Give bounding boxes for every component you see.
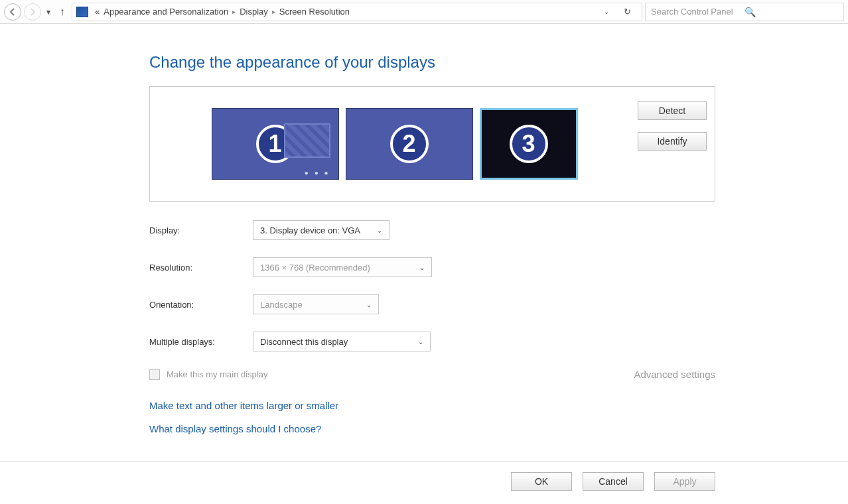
identify-button[interactable]: Identify bbox=[638, 132, 707, 151]
resolution-label: Resolution: bbox=[149, 263, 253, 273]
resolution-value: 1366 × 768 (Recommended) bbox=[260, 263, 370, 273]
page-title: Change the appearance of your displays bbox=[149, 53, 715, 72]
chevron-down-icon: ⌄ bbox=[419, 264, 425, 271]
multiple-displays-select[interactable]: Disconnect this display ⌄ bbox=[253, 332, 431, 351]
search-placeholder: Search Control Panel bbox=[651, 7, 744, 17]
address-dropdown-icon[interactable]: ⌄ bbox=[600, 8, 613, 15]
monitor-1[interactable]: 1 ● ● ● bbox=[212, 108, 339, 180]
text-size-link[interactable]: Make text and other items larger or smal… bbox=[149, 400, 715, 411]
monitor-layout[interactable]: 1 ● ● ● 2 3 bbox=[158, 108, 631, 180]
taskbar-dots-icon: ● ● ● bbox=[305, 169, 330, 176]
monitor-number: 3 bbox=[510, 125, 548, 163]
display-preview-area: 1 ● ● ● 2 3 Detect Identify bbox=[149, 86, 715, 202]
display-value: 3. Display device on: VGA bbox=[260, 225, 360, 235]
main-content: Change the appearance of your displays 1… bbox=[0, 24, 848, 434]
breadcrumb-item[interactable]: Display bbox=[240, 7, 268, 17]
detect-button[interactable]: Detect bbox=[638, 101, 707, 120]
refresh-icon[interactable]: ↻ bbox=[617, 7, 638, 17]
apply-button: Apply bbox=[654, 472, 715, 491]
monitor-number: 2 bbox=[390, 125, 429, 163]
back-button[interactable] bbox=[4, 3, 21, 21]
orientation-value: Landscape bbox=[260, 300, 303, 310]
multiple-displays-value: Disconnect this display bbox=[260, 337, 348, 347]
main-display-label: Make this my main display bbox=[167, 369, 267, 379]
monitor-window-icon bbox=[284, 123, 330, 158]
search-icon[interactable]: 🔍 bbox=[744, 7, 838, 17]
monitor-2[interactable]: 2 bbox=[346, 108, 473, 180]
cancel-button[interactable]: Cancel bbox=[583, 472, 644, 491]
breadcrumb-item[interactable]: Appearance and Personalization bbox=[104, 7, 228, 17]
chevron-down-icon: ⌄ bbox=[418, 338, 423, 346]
display-select[interactable]: 3. Display device on: VGA ⌄ bbox=[253, 220, 389, 240]
forward-button[interactable] bbox=[24, 3, 41, 21]
search-input[interactable]: Search Control Panel 🔍 bbox=[645, 3, 844, 21]
display-label: Display: bbox=[149, 225, 253, 235]
advanced-settings-link[interactable]: Advanced settings bbox=[634, 369, 715, 380]
multiple-displays-label: Multiple displays: bbox=[149, 337, 253, 347]
main-display-checkbox bbox=[149, 369, 160, 380]
display-help-link[interactable]: What display settings should I choose? bbox=[149, 423, 715, 434]
chevron-down-icon: ⌄ bbox=[366, 301, 372, 308]
breadcrumb-item[interactable]: Screen Resolution bbox=[279, 7, 350, 17]
dialog-footer: OK Cancel Apply bbox=[0, 461, 848, 491]
breadcrumb-prefix: « bbox=[95, 7, 100, 17]
chevron-right-icon: ▸ bbox=[232, 8, 236, 15]
recent-dropdown-icon[interactable]: ▾ bbox=[44, 7, 53, 17]
ok-button[interactable]: OK bbox=[511, 472, 572, 491]
address-bar[interactable]: « Appearance and Personalization ▸ Displ… bbox=[72, 3, 642, 21]
orientation-label: Orientation: bbox=[149, 300, 253, 310]
resolution-select: 1366 × 768 (Recommended) ⌄ bbox=[253, 257, 432, 277]
toolbar: ▾ ↑ « Appearance and Personalization ▸ D… bbox=[0, 0, 848, 24]
chevron-down-icon: ⌄ bbox=[377, 227, 382, 234]
up-button[interactable]: ↑ bbox=[56, 6, 69, 18]
monitor-3[interactable]: 3 bbox=[480, 108, 578, 180]
orientation-select: Landscape ⌄ bbox=[253, 294, 379, 314]
control-panel-icon bbox=[76, 7, 88, 17]
chevron-right-icon: ▸ bbox=[272, 8, 275, 15]
